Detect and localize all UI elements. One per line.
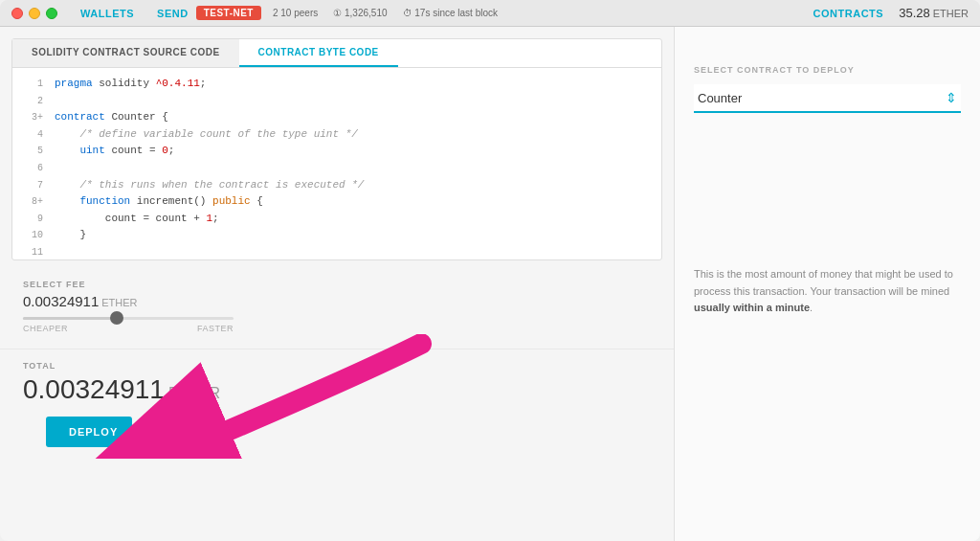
balance-amount: 35.28ETHER — [899, 6, 969, 20]
minimize-button[interactable] — [29, 8, 40, 19]
peers-stat: 2 10 peers — [273, 8, 318, 18]
section-divider — [0, 349, 674, 349]
code-content: 1 pragma solidity ^0.4.11; 2 3+ contract… — [12, 68, 661, 259]
titlebar-right: CONTRACTS 35.28ETHER — [813, 6, 969, 20]
code-tabs: SOLIDITY CONTRACT SOURCE CODE CONTRACT B… — [12, 39, 661, 68]
slider-labels: CHEAPER FASTER — [23, 324, 234, 333]
slider-max-label: FASTER — [197, 324, 234, 333]
code-line-8: 8+ function increment() public { — [12, 193, 661, 211]
fee-section: SELECT FEE 0.00324911ETHER CHEAPER FASTE… — [0, 268, 674, 345]
contract-dropdown[interactable]: Counter ⇕ — [694, 84, 961, 113]
fee-info-text: This is the most amount of money that mi… — [694, 266, 961, 317]
fee-info-bold: usually within a minute — [694, 302, 810, 313]
contract-value: Counter — [698, 91, 742, 105]
select-contract-label: SELECT CONTRACT TO DEPLOY — [694, 65, 961, 75]
left-panel: SOLIDITY CONTRACT SOURCE CODE CONTRACT B… — [0, 27, 674, 541]
fee-currency: ETHER — [101, 297, 137, 308]
code-line-7: 7 /* this runs when the contract is exec… — [12, 177, 661, 194]
main-content: SOLIDITY CONTRACT SOURCE CODE CONTRACT B… — [0, 27, 980, 541]
nav-items: WALLETS SEND — [80, 8, 189, 19]
fee-slider-track — [23, 317, 234, 320]
total-label: TOTAL — [23, 361, 651, 371]
code-line-4: 4 /* define variable count of the type u… — [12, 126, 661, 144]
slider-fill — [23, 317, 118, 320]
contracts-link[interactable]: CONTRACTS — [813, 8, 884, 19]
nav-send[interactable]: SEND — [157, 8, 189, 19]
titlebar: WALLETS SEND TEST-NET 2 10 peers ① 1,326… — [0, 0, 980, 27]
balance-currency: ETHER — [933, 8, 969, 19]
testnet-badge: TEST-NET — [196, 6, 261, 20]
deploy-container: DEPLOY — [0, 417, 674, 470]
code-section: SOLIDITY CONTRACT SOURCE CODE CONTRACT B… — [11, 38, 662, 260]
code-line-1: 1 pragma solidity ^0.4.11; — [12, 76, 661, 93]
deploy-button[interactable]: DEPLOY — [46, 417, 132, 447]
tab-bytecode[interactable]: CONTRACT BYTE CODE — [239, 39, 398, 67]
fee-slider-container — [23, 317, 651, 320]
code-line-5: 5 uint count = 0; — [12, 143, 661, 160]
network-info: 2 10 peers ① 1,326,510 ⏱ 17s since last … — [273, 8, 498, 18]
nav-wallets[interactable]: WALLETS — [80, 8, 134, 19]
code-line-11: 11 — [12, 244, 661, 259]
total-currency: ETHER — [168, 385, 220, 401]
slider-min-label: CHEAPER — [23, 324, 68, 333]
fee-slider-thumb[interactable] — [110, 311, 123, 325]
fee-amount: 0.00324911ETHER — [23, 293, 651, 309]
code-line-6: 6 — [12, 160, 661, 177]
fee-label: SELECT FEE — [23, 280, 651, 289]
total-section: TOTAL 0.00324911ETHER — [0, 353, 674, 417]
code-line-10: 10 } — [12, 227, 661, 244]
blocks-stat: ① 1,326,510 — [333, 8, 387, 18]
total-amount: 0.00324911ETHER — [23, 374, 651, 405]
traffic-lights — [11, 8, 57, 19]
tab-source[interactable]: SOLIDITY CONTRACT SOURCE CODE — [12, 39, 239, 67]
total-deploy-area: TOTAL 0.00324911ETHER DEPLOY — [0, 353, 674, 470]
time-stat: ⏱ 17s since last block — [403, 8, 499, 18]
code-line-9: 9 count = count + 1; — [12, 211, 661, 228]
code-line-3: 3+ contract Counter { — [12, 109, 661, 126]
close-button[interactable] — [11, 8, 23, 19]
code-line-2: 2 — [12, 93, 661, 110]
right-panel: SELECT CONTRACT TO DEPLOY Counter ⇕ This… — [674, 27, 980, 541]
maximize-button[interactable] — [46, 8, 57, 19]
dropdown-arrow-icon: ⇕ — [946, 90, 957, 105]
